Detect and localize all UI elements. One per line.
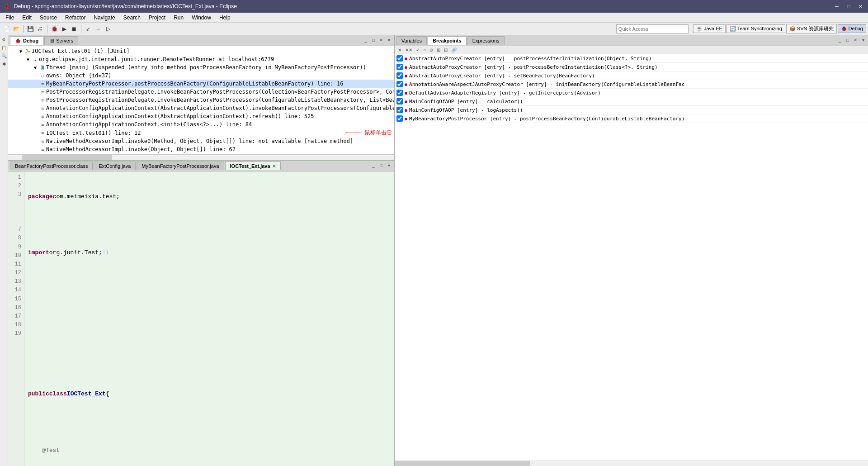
tab-mybeanfactory[interactable]: MyBeanFactoryPostProcessor.java	[137, 162, 224, 170]
close-view-button[interactable]: ✕	[378, 38, 384, 44]
menu-file[interactable]: File	[2, 14, 18, 22]
gutter-btn-2[interactable]: 📋	[1, 45, 7, 52]
expand-all-button[interactable]: ⊞	[435, 47, 442, 53]
perspective-team-sync[interactable]: 🔄 Team Synchronizing	[726, 24, 785, 33]
tree-item-stack-4[interactable]: ≡ AnnotationConfigApplicationContext(Abs…	[8, 104, 394, 112]
bp-row-8[interactable]: ● MyBeanFactoryPostProcessor [entry] - p…	[395, 114, 868, 123]
save-button[interactable]: 💾	[26, 24, 35, 33]
bp-row-7[interactable]: ● MainConfigOfAOP [entry] - logAspects()	[395, 106, 868, 114]
menu-navigate[interactable]: Navigate	[90, 14, 118, 22]
perspective-debug[interactable]: 🐞 Debug	[838, 24, 866, 33]
right-maximize-button[interactable]: □	[844, 38, 851, 44]
link-editor-button[interactable]: 🔗	[450, 47, 458, 53]
right-menu-button[interactable]: ▾	[860, 38, 866, 44]
right-hscrollbar[interactable]	[395, 461, 868, 466]
collapse-all-button[interactable]: ⊟	[443, 47, 449, 53]
editor-maximize-button[interactable]: □	[378, 163, 384, 169]
tree-item-thread[interactable]: ▼ 🧵 Thread [main] (Suspended (entry into…	[8, 63, 394, 71]
tab-variables[interactable]: Variables	[396, 36, 427, 45]
bp-row-5[interactable]: ● DefaultAdvisorAdapterRegistry [entry] …	[395, 89, 868, 97]
perspective-svn[interactable]: 📦 SVN 资源库研究	[786, 24, 837, 33]
tree-item-stack-2[interactable]: ≡ PostProcessorRegistrationDelegate.invo…	[8, 88, 394, 96]
bp-row-6[interactable]: ● MainConfigOfAOP [entry] - calculator()	[395, 97, 868, 106]
editor-minimize-button[interactable]: _	[370, 163, 377, 169]
maximize-button[interactable]: □	[844, 2, 853, 10]
right-minimize-button[interactable]: _	[837, 38, 843, 44]
step-into-button[interactable]: ↙	[84, 24, 93, 33]
tree-item-owns[interactable]: ○ owns: Object (id=37)	[8, 71, 394, 80]
tab-breakpoints[interactable]: Breakpoints	[428, 36, 467, 45]
tab-variables-label: Variables	[401, 38, 422, 43]
disable-all-bp-button[interactable]: ○	[422, 47, 427, 53]
tree-item-stack-6[interactable]: ≡ AnnotationConfigApplicationContext.<in…	[8, 120, 394, 128]
gutter-btn-1[interactable]: ⚙	[1, 37, 7, 43]
bp-row-4[interactable]: ● AnnotationAwareAspectJAutoProxyCreator…	[395, 80, 868, 89]
bp-check-4[interactable]	[396, 81, 403, 87]
remove-all-bp-button[interactable]: ✕✕	[404, 47, 414, 53]
menu-source[interactable]: Source	[36, 14, 61, 22]
gutter-btn-3[interactable]: 🔍	[1, 53, 7, 60]
code-editor[interactable]: 1 2 3 7 8 9 10 11 12 13 14 15 16 1	[8, 171, 394, 466]
debug-button[interactable]: 🐞	[50, 24, 59, 33]
maximize-view-button[interactable]: □	[370, 38, 377, 44]
menu-refactor[interactable]: Refactor	[61, 14, 89, 22]
tab-ioctest[interactable]: IOCTest_Ext.java ✕	[225, 162, 281, 170]
menu-run[interactable]: Run	[170, 14, 187, 22]
bp-text-8: MyBeanFactoryPostProcessor [entry] - pos…	[409, 116, 866, 122]
editor-menu-button[interactable]: ▾	[386, 163, 392, 169]
gutter-btn-4[interactable]: ✱	[1, 62, 7, 68]
menu-search[interactable]: Search	[120, 14, 144, 22]
bp-check-5[interactable]	[396, 90, 403, 96]
bp-check-3[interactable]	[396, 72, 403, 79]
minimize-button[interactable]: ─	[833, 2, 841, 10]
bp-check-1[interactable]	[396, 55, 403, 62]
tab-debug[interactable]: 🐞 Debug	[10, 36, 43, 45]
enable-all-bp-button[interactable]: ✓	[415, 47, 421, 53]
tab-beanfactory[interactable]: BeanFactoryPostProcessor.class	[10, 162, 93, 170]
skip-all-bp-button[interactable]: ⊘	[428, 47, 434, 53]
tree-item-junit[interactable]: ▼ J▸ IOCTest_Ext.test01 (1) [JUnit]	[8, 47, 394, 55]
bp-check-6[interactable]	[396, 98, 403, 105]
remove-bp-button[interactable]: ✕	[396, 47, 403, 53]
open-button[interactable]: 📂	[12, 24, 21, 33]
minimize-view-button[interactable]: _	[363, 38, 369, 44]
tab-extconfig[interactable]: ExtConfig.java	[94, 162, 136, 170]
right-close-button[interactable]: ✕	[852, 38, 859, 44]
bp-row-2[interactable]: ● AbstractAutoProxyCreator [entry] - pos…	[395, 63, 868, 71]
tree-item-stack-5[interactable]: ≡ AnnotationConfigApplicationContext(Abs…	[8, 112, 394, 120]
bp-row-1[interactable]: ● AbstractAutoProxyCreator [entry] - pos…	[395, 54, 868, 63]
print-button[interactable]: 🖨	[36, 24, 45, 33]
perspective-java-ee[interactable]: ☕ Java EE	[693, 24, 726, 33]
debug-tree-hscrollbar[interactable]	[8, 154, 394, 160]
tree-item-stack-7[interactable]: ≡ IOCTest_Ext.test01() line: 12 ←———— 鼠标…	[8, 128, 394, 137]
quick-access-input[interactable]	[616, 24, 689, 33]
bp-row-3[interactable]: ● AbstractAutoProxyCreator [entry] - set…	[395, 71, 868, 80]
stop-button[interactable]: ⏹	[70, 24, 79, 33]
menu-window[interactable]: Window	[188, 14, 215, 22]
tree-item-stack-8[interactable]: ≡ NativeMethodAccessorImpl.invoke0(Metho…	[8, 137, 394, 145]
tab-servers[interactable]: 🖥 Servers	[44, 36, 78, 45]
tree-item-stack-1[interactable]: ≡ MyBeanFactoryPostProcessor.postProcess…	[8, 80, 394, 88]
debug-tree[interactable]: ▼ J▸ IOCTest_Ext.test01 (1) [JUnit] ▼ ☁ …	[8, 46, 394, 154]
toolbar-sep-4	[115, 25, 115, 33]
bp-check-2[interactable]	[396, 64, 403, 70]
bp-check-7[interactable]	[396, 107, 403, 113]
stack-label-2: PostProcessorRegistrationDelegate.invoke…	[46, 89, 394, 95]
resume-button[interactable]: ▷	[104, 24, 113, 33]
close-button[interactable]: ✕	[856, 2, 864, 10]
menu-edit[interactable]: Edit	[19, 14, 35, 22]
tab-expressions[interactable]: Expressions	[467, 36, 505, 45]
tree-item-stack-3[interactable]: ≡ PostProcessorRegistrationDelegate.invo…	[8, 96, 394, 104]
menu-project[interactable]: Project	[145, 14, 169, 22]
breakpoints-list[interactable]: ● AbstractAutoProxyCreator [entry] - pos…	[395, 54, 868, 461]
run-button[interactable]: ▶	[60, 24, 69, 33]
menu-help[interactable]: Help	[216, 14, 234, 22]
stack-label-7: IOCTest_Ext.test01() line: 12	[46, 130, 342, 136]
tree-item-stack-9[interactable]: ≡ NativeMethodAccessorImpl.invoke(Object…	[8, 145, 394, 153]
tree-item-runner[interactable]: ▼ ☁ org.eclipse.jdt.internal.junit.runne…	[8, 55, 394, 63]
bp-check-8[interactable]	[396, 115, 403, 122]
step-over-button[interactable]: →	[94, 24, 103, 33]
new-button[interactable]: 📄	[2, 24, 11, 33]
view-menu-button[interactable]: ▾	[386, 38, 392, 44]
tab-close-icon[interactable]: ✕	[272, 164, 276, 169]
